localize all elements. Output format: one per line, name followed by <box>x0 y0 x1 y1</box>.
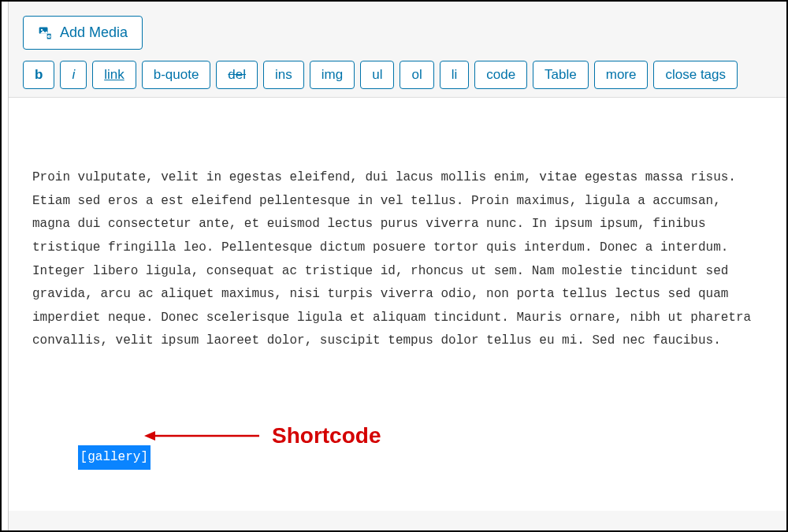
text-editor-area[interactable]: Proin vulputate, velit in egestas eleife… <box>9 97 786 511</box>
arrow-icon <box>143 420 261 452</box>
qt-italic-button[interactable]: i <box>60 61 87 89</box>
svg-point-1 <box>41 28 43 30</box>
qt-code-button[interactable]: code <box>474 61 527 89</box>
qt-more-button[interactable]: more <box>594 61 649 89</box>
add-media-button[interactable]: Add Media <box>23 16 143 50</box>
media-icon <box>38 25 54 41</box>
qt-img-button[interactable]: img <box>310 61 355 89</box>
qt-bold-button[interactable]: b <box>23 61 54 89</box>
quicktags-toolbar: b i link b-quote del ins img ul ol li co… <box>9 50 786 97</box>
qt-closetags-button[interactable]: close tags <box>653 61 738 89</box>
gallery-shortcode[interactable]: [gallery] <box>78 445 151 471</box>
editor-shell: Add Media b i link b-quote del ins img u… <box>8 2 786 530</box>
qt-ul-button[interactable]: ul <box>360 61 394 89</box>
qt-bquote-button[interactable]: b-quote <box>142 61 211 89</box>
qt-li-button[interactable]: li <box>440 61 470 89</box>
qt-ol-button[interactable]: ol <box>400 61 433 89</box>
qt-del-button[interactable]: del <box>216 61 258 89</box>
shortcode-line: [gallery] Shortcode <box>32 422 764 511</box>
paragraph-1: Proin vulputate, velit in egestas eleife… <box>32 166 764 353</box>
add-media-label: Add Media <box>60 24 128 41</box>
qt-ins-button[interactable]: ins <box>263 61 304 89</box>
svg-marker-4 <box>144 431 155 441</box>
annotation-label: Shortcode <box>272 415 381 456</box>
qt-table-button[interactable]: Table <box>533 61 589 89</box>
qt-link-button[interactable]: link <box>92 61 136 89</box>
annotation-arrow: Shortcode <box>143 415 381 456</box>
